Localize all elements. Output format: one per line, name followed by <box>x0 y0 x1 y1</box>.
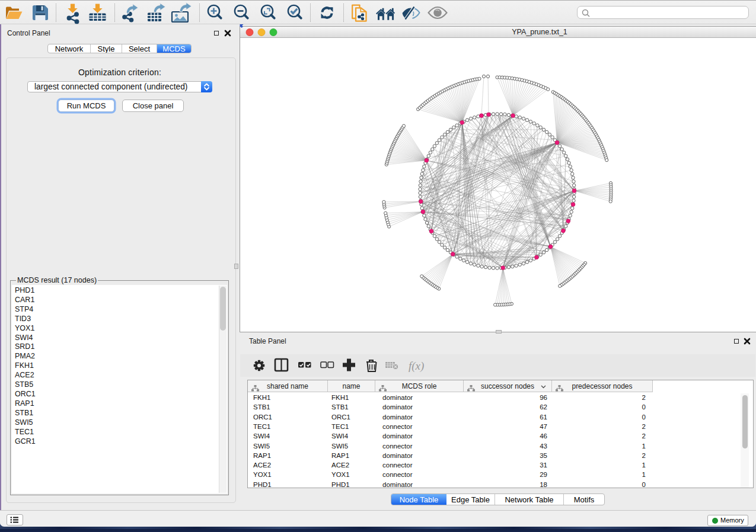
svg-text:f(x): f(x) <box>409 360 424 373</box>
